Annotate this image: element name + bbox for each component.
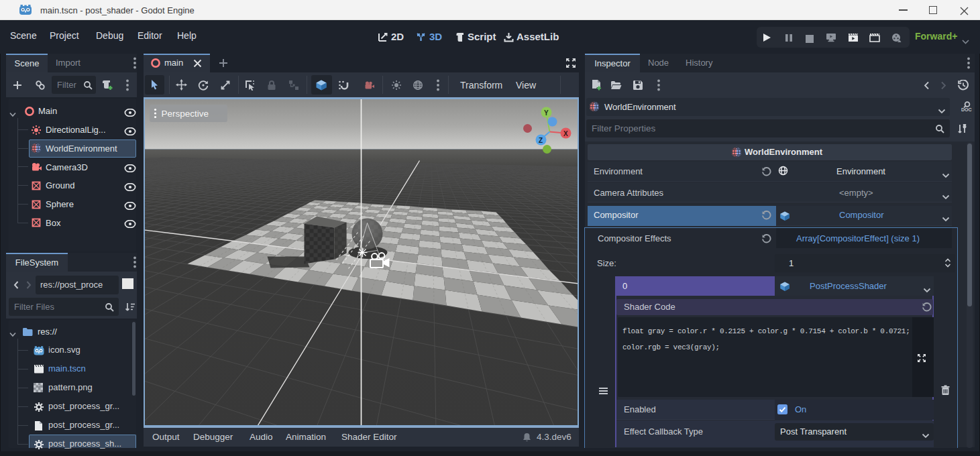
svg-text:Z: Z — [539, 137, 543, 144]
svg-text:X: X — [563, 130, 568, 137]
svg-text:DOC: DOC — [961, 107, 972, 112]
svg-text:Perspective: Perspective — [162, 109, 209, 119]
svg-text:Y: Y — [544, 109, 549, 117]
